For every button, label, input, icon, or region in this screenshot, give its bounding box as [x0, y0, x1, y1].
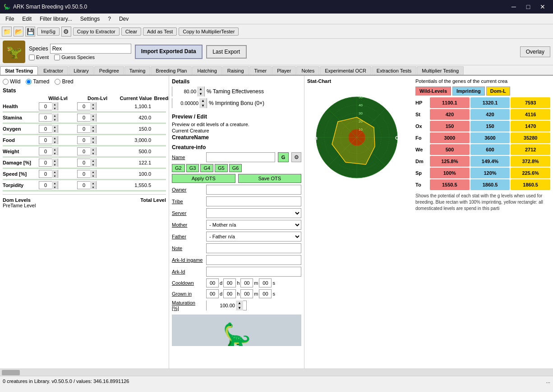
wild-input-3[interactable] — [39, 137, 52, 144]
imprinting-button[interactable]: Imprinting — [452, 87, 485, 96]
taming-spin-down[interactable]: ▼ — [197, 91, 204, 96]
ark-id-ingame-input[interactable] — [206, 255, 301, 265]
tab-hatching[interactable]: Hatching — [192, 66, 221, 75]
wild-input-2[interactable] — [39, 125, 52, 132]
dom-down-7[interactable]: ▼ — [90, 185, 96, 189]
dom-down-4[interactable]: ▼ — [90, 151, 96, 155]
tab-player[interactable]: Player — [272, 66, 296, 75]
wild-input-0[interactable] — [39, 103, 52, 110]
wild-up-3[interactable]: ▲ — [52, 136, 58, 140]
note-input[interactable] — [206, 243, 301, 253]
g3-button[interactable]: G3 — [186, 164, 199, 172]
dom-up-7[interactable]: ▲ — [90, 181, 96, 185]
tab-timer[interactable]: Timer — [249, 66, 272, 75]
menu-file[interactable]: File — [2, 15, 18, 23]
guess-species-label[interactable]: Guess Species — [54, 55, 95, 60]
settings-icon[interactable]: ⚙ — [61, 27, 71, 36]
tab-pedigree[interactable]: Pedigree — [94, 66, 124, 75]
dom-up-6[interactable]: ▲ — [90, 170, 96, 174]
save-ots-button[interactable]: Save OTS — [238, 174, 302, 183]
import-exported-data-button[interactable]: Import Exported Data — [135, 45, 203, 59]
taming-effectiveness-spin[interactable]: ▲ ▼ — [172, 87, 205, 96]
wild-radio-label[interactable]: Wild — [3, 78, 20, 85]
dom-down-2[interactable]: ▼ — [90, 129, 96, 133]
dom-down-3[interactable]: ▼ — [90, 140, 96, 144]
event-checkbox[interactable] — [29, 55, 35, 60]
tamed-radio[interactable] — [26, 79, 32, 85]
maturation-spin-down[interactable]: ▼ — [236, 305, 243, 310]
wild-input-4[interactable] — [39, 148, 52, 155]
ark-id-input[interactable] — [206, 267, 301, 277]
wild-down-5[interactable]: ▼ — [52, 163, 58, 167]
tribe-input[interactable] — [206, 196, 301, 206]
dom-up-1[interactable]: ▲ — [90, 114, 96, 118]
dom-down-5[interactable]: ▼ — [90, 163, 96, 167]
maturation-spin-up[interactable]: ▲ — [236, 301, 243, 305]
tab-taming[interactable]: Taming — [124, 66, 150, 75]
tab-extraction-tests[interactable]: Extraction Tests — [372, 66, 416, 75]
imprinting-spin[interactable]: ▲ ▼ — [172, 98, 207, 108]
wild-down-0[interactable]: ▼ — [52, 106, 58, 110]
wild-input-7[interactable] — [39, 182, 52, 189]
guess-species-checkbox[interactable] — [54, 55, 60, 60]
wild-levels-button[interactable]: Wild-Levels — [415, 87, 451, 96]
imprinting-spin-up[interactable]: ▲ — [199, 98, 207, 103]
species-input[interactable] — [50, 44, 131, 54]
wild-down-3[interactable]: ▼ — [52, 140, 58, 144]
menu-dev[interactable]: Dev — [115, 15, 132, 23]
dom-input-1[interactable] — [78, 114, 90, 121]
dom-up-2[interactable]: ▲ — [90, 125, 96, 129]
wild-down-2[interactable]: ▼ — [52, 129, 58, 133]
wild-up-0[interactable]: ▲ — [52, 102, 58, 106]
dom-input-3[interactable] — [78, 137, 90, 144]
dom-up-4[interactable]: ▲ — [90, 147, 96, 151]
tab-experimental-ocr[interactable]: Experimental OCR — [320, 66, 371, 75]
grown-m-input[interactable] — [240, 289, 253, 298]
maximize-button[interactable]: □ — [521, 0, 535, 14]
dom-input-6[interactable] — [78, 170, 90, 178]
tab-notes[interactable]: Notes — [296, 66, 319, 75]
wild-up-5[interactable]: ▲ — [52, 159, 58, 163]
wild-down-6[interactable]: ▼ — [52, 174, 58, 178]
tab-library[interactable]: Library — [69, 66, 94, 75]
bred-radio-label[interactable]: Bred — [55, 78, 73, 85]
bred-radio[interactable] — [55, 79, 60, 85]
toolbar-icon2[interactable]: 📂 — [14, 27, 23, 36]
copy-to-multiplier-button[interactable]: Copy to MultiplierTester — [179, 27, 239, 36]
wild-up-4[interactable]: ▲ — [52, 147, 58, 151]
dom-input-5[interactable] — [78, 159, 90, 166]
dom-up-3[interactable]: ▲ — [90, 136, 96, 140]
grown-h-input[interactable] — [223, 289, 236, 298]
clear-button[interactable]: Clear — [121, 27, 141, 36]
tamed-radio-label[interactable]: Tamed — [26, 78, 49, 85]
father-select[interactable]: - Father n/a — [206, 232, 301, 242]
wild-up-2[interactable]: ▲ — [52, 125, 58, 129]
imprinting-input[interactable] — [172, 98, 199, 108]
dom-input-0[interactable] — [78, 103, 90, 110]
wild-input-6[interactable] — [39, 170, 52, 178]
copy-to-extractor-button[interactable]: Copy to Extractor — [73, 27, 120, 36]
cooldown-m-input[interactable] — [240, 278, 253, 287]
wild-up-7[interactable]: ▲ — [52, 181, 58, 185]
dom-button[interactable]: Dom-L — [486, 87, 510, 96]
menu-edit[interactable]: Edit — [18, 15, 35, 23]
add-as-test-button[interactable]: Add as Test — [143, 27, 177, 36]
tab-multiplier-testing[interactable]: Multiplier Testing — [417, 66, 464, 75]
dom-input-2[interactable] — [78, 125, 90, 132]
g6-button[interactable]: G6 — [229, 164, 242, 172]
dom-down-1[interactable]: ▼ — [90, 118, 96, 122]
tab-stat-testing[interactable]: Stat Testing — [0, 66, 38, 75]
mother-select[interactable]: - Mother n/a — [206, 220, 301, 230]
imprinting-spin-down[interactable]: ▼ — [199, 103, 207, 108]
name-input[interactable] — [206, 152, 275, 162]
g-button[interactable]: G — [278, 152, 289, 162]
menu-help[interactable]: ? — [104, 15, 115, 23]
last-export-button[interactable]: Last Export — [206, 45, 247, 59]
wild-input-1[interactable] — [39, 114, 52, 121]
dom-input-4[interactable] — [78, 148, 90, 155]
maturation-input[interactable] — [207, 301, 236, 310]
toolbar-icon1[interactable]: 📁 — [2, 27, 12, 36]
g4-button[interactable]: G4 — [200, 164, 213, 172]
minimize-button[interactable]: ─ — [507, 0, 521, 14]
dom-input-7[interactable] — [78, 182, 90, 189]
